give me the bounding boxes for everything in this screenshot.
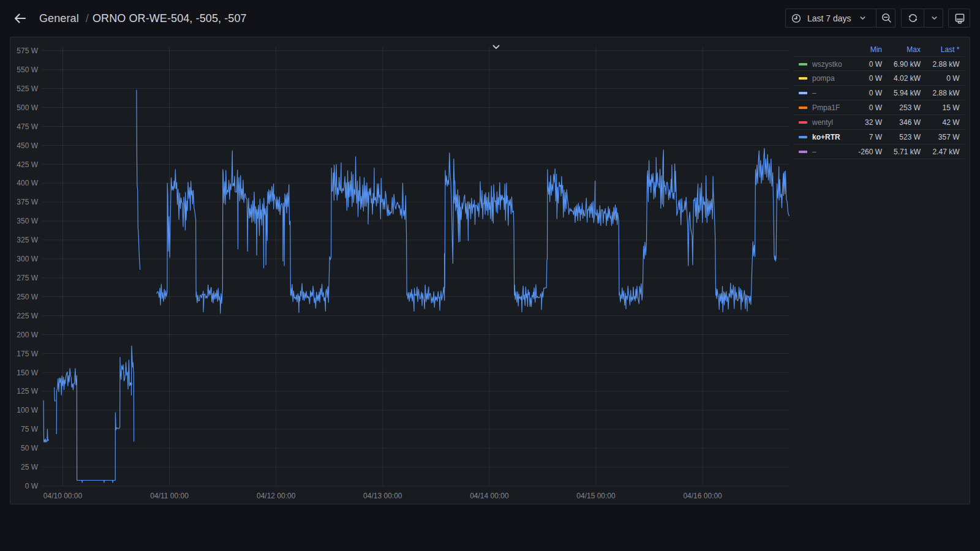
svg-text:04/14 00:00: 04/14 00:00 xyxy=(470,492,509,500)
svg-text:325 W: 325 W xyxy=(17,236,38,244)
svg-text:04/16 00:00: 04/16 00:00 xyxy=(683,492,722,500)
svg-text:50 W: 50 W xyxy=(21,444,39,452)
svg-text:04/13 00:00: 04/13 00:00 xyxy=(363,492,402,500)
svg-text:175 W: 175 W xyxy=(17,350,38,358)
svg-text:0 W: 0 W xyxy=(25,482,39,490)
svg-text:300 W: 300 W xyxy=(17,255,38,263)
svg-text:04/10 00:00: 04/10 00:00 xyxy=(43,492,83,500)
svg-text:350 W: 350 W xyxy=(17,217,38,225)
svg-text:250 W: 250 W xyxy=(17,293,38,301)
svg-text:75 W: 75 W xyxy=(21,425,39,433)
svg-text:04/12 00:00: 04/12 00:00 xyxy=(257,492,296,500)
svg-text:125 W: 125 W xyxy=(17,387,38,395)
svg-text:200 W: 200 W xyxy=(17,331,38,339)
svg-text:04/15 00:00: 04/15 00:00 xyxy=(576,492,616,500)
svg-text:100 W: 100 W xyxy=(17,406,38,414)
svg-text:575 W: 575 W xyxy=(17,47,38,55)
svg-text:400 W: 400 W xyxy=(17,179,38,187)
svg-text:375 W: 375 W xyxy=(17,198,38,206)
svg-text:04/11 00:00: 04/11 00:00 xyxy=(150,492,189,500)
svg-text:225 W: 225 W xyxy=(17,312,38,320)
svg-text:275 W: 275 W xyxy=(17,274,38,282)
svg-text:425 W: 425 W xyxy=(17,160,38,169)
svg-text:150 W: 150 W xyxy=(17,369,38,377)
svg-text:25 W: 25 W xyxy=(21,463,39,471)
